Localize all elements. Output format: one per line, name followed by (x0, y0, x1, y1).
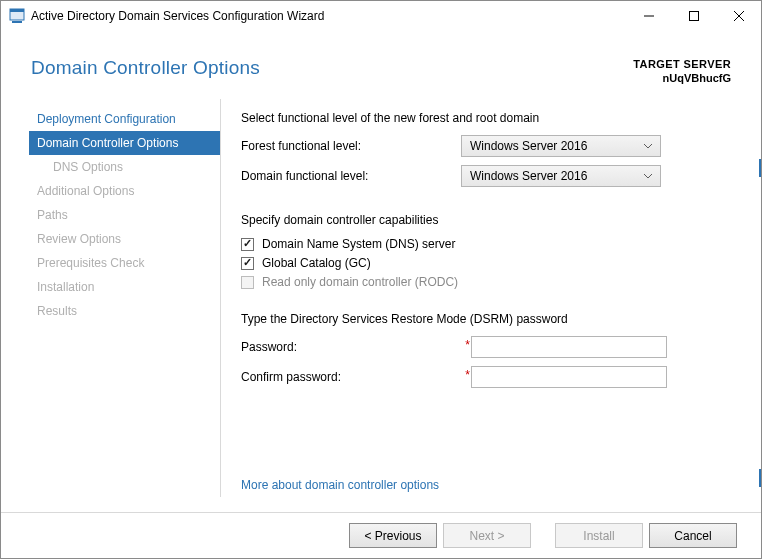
target-server-info: TARGET SERVER nUqVBhucfG (633, 57, 731, 85)
confirm-password-label: Confirm password: (241, 370, 463, 384)
row-domain-level: Domain functional level: Windows Server … (241, 165, 726, 187)
checkbox-dns[interactable] (241, 238, 254, 251)
maximize-button[interactable] (671, 1, 716, 30)
chevron-down-icon (642, 136, 654, 156)
capabilities-intro: Specify domain controller capabilities (241, 213, 726, 227)
accent-strip (759, 159, 761, 177)
forest-level-select[interactable]: Windows Server 2016 (461, 135, 661, 157)
close-button[interactable] (716, 1, 761, 30)
checkbox-gc[interactable] (241, 257, 254, 270)
content: Select functional level of the new fores… (221, 99, 761, 512)
nav-results: Results (29, 299, 220, 323)
target-server-label: TARGET SERVER (633, 57, 731, 71)
nav-prerequisites-check: Prerequisites Check (29, 251, 220, 275)
nav-paths: Paths (29, 203, 220, 227)
target-server-value: nUqVBhucfG (633, 71, 731, 85)
checkbox-row-gc: Global Catalog (GC) (241, 256, 726, 270)
accent-strip (759, 469, 761, 487)
functional-intro: Select functional level of the new fores… (241, 111, 726, 125)
nav-installation: Installation (29, 275, 220, 299)
row-confirm-password: Confirm password: * (241, 366, 726, 388)
install-button: Install (555, 523, 643, 548)
checkbox-rodc (241, 276, 254, 289)
checkbox-rodc-label: Read only domain controller (RODC) (262, 275, 458, 289)
title-bar: Active Directory Domain Services Configu… (1, 1, 761, 31)
password-input[interactable] (471, 336, 667, 358)
next-button: Next > (443, 523, 531, 548)
nav-domain-controller-options[interactable]: Domain Controller Options (29, 131, 220, 155)
window-controls (626, 1, 761, 31)
svg-rect-4 (689, 11, 698, 20)
svg-rect-2 (12, 21, 22, 23)
cancel-button[interactable]: Cancel (649, 523, 737, 548)
nav-dns-options: DNS Options (29, 155, 220, 179)
forest-level-label: Forest functional level: (241, 139, 461, 153)
nav-additional-options: Additional Options (29, 179, 220, 203)
row-password: Password: * (241, 336, 726, 358)
body: Deployment Configuration Domain Controll… (1, 99, 761, 512)
nav-deployment-configuration[interactable]: Deployment Configuration (29, 107, 220, 131)
domain-level-select[interactable]: Windows Server 2016 (461, 165, 661, 187)
previous-button[interactable]: < Previous (349, 523, 437, 548)
domain-level-value: Windows Server 2016 (470, 169, 587, 183)
row-forest-level: Forest functional level: Windows Server … (241, 135, 726, 157)
nav-review-options: Review Options (29, 227, 220, 251)
button-gap (531, 523, 549, 548)
password-label: Password: (241, 340, 463, 354)
header: Domain Controller Options TARGET SERVER … (1, 31, 761, 99)
app-icon (9, 8, 25, 24)
domain-level-label: Domain functional level: (241, 169, 461, 183)
footer: < Previous Next > Install Cancel (1, 512, 761, 558)
checkbox-gc-label: Global Catalog (GC) (262, 256, 371, 270)
wizard-window: Active Directory Domain Services Configu… (0, 0, 762, 559)
checkbox-row-rodc: Read only domain controller (RODC) (241, 275, 726, 289)
svg-rect-1 (10, 9, 24, 12)
required-marker: * (463, 368, 470, 382)
confirm-password-input[interactable] (471, 366, 667, 388)
forest-level-value: Windows Server 2016 (470, 139, 587, 153)
required-marker: * (463, 338, 470, 352)
minimize-button[interactable] (626, 1, 671, 30)
sidebar: Deployment Configuration Domain Controll… (29, 99, 221, 497)
checkbox-row-dns: Domain Name System (DNS) server (241, 237, 726, 251)
chevron-down-icon (642, 166, 654, 186)
checkbox-dns-label: Domain Name System (DNS) server (262, 237, 455, 251)
dsrm-intro: Type the Directory Services Restore Mode… (241, 312, 726, 326)
page-title: Domain Controller Options (31, 57, 260, 79)
window-title: Active Directory Domain Services Configu… (31, 1, 626, 31)
more-about-link[interactable]: More about domain controller options (241, 478, 726, 492)
